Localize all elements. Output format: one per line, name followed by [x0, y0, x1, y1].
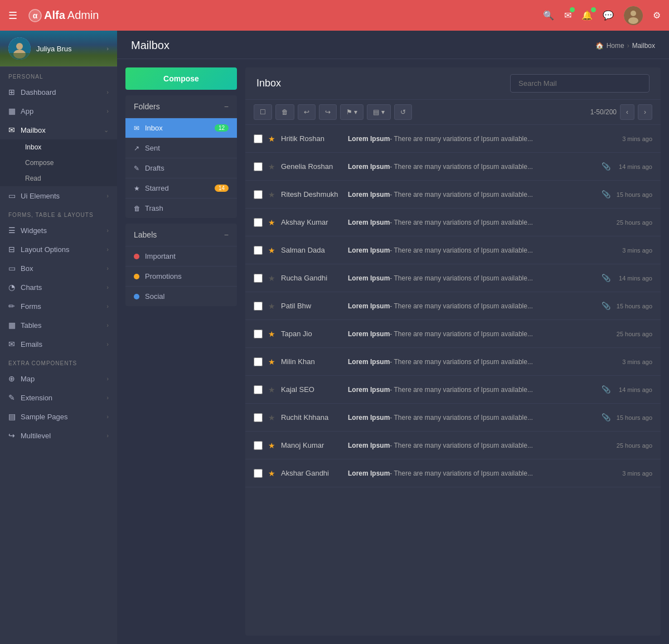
star-icon[interactable]: ★ [268, 246, 275, 255]
email-checkbox[interactable] [254, 302, 263, 311]
folders-toggle[interactable]: − [224, 102, 229, 111]
sidebar-user[interactable]: Juliya Brus › [0, 31, 117, 67]
flag-button[interactable]: ⚑ ▾ [340, 104, 363, 120]
delete-button[interactable]: 🗑 [275, 104, 294, 120]
email-row[interactable]: ★ Akshar Gandhi Lorem Ipsum- There are m… [245, 459, 661, 487]
sidebar-subitem-read[interactable]: Read [0, 171, 117, 186]
email-row[interactable]: ★ Rucha Gandhi Lorem Ipsum- There are ma… [245, 264, 661, 292]
sidebar-item-ui-elements[interactable]: ▭ Ui Elements › [0, 186, 117, 205]
hamburger-icon[interactable]: ☰ [8, 9, 17, 22]
email-row[interactable]: ★ Patil Bhw Lorem Ipsum- There are many … [245, 292, 661, 320]
compose-button[interactable]: Compose [125, 67, 237, 90]
star-icon[interactable]: ★ [268, 190, 275, 199]
email-row[interactable]: ★ Kajal SEO Lorem Ipsum- There are many … [245, 376, 661, 404]
sidebar-item-widgets[interactable]: ☰ Widgets › [0, 221, 117, 240]
sidebar-item-mailbox[interactable]: ✉ Mailbox ⌄ [0, 120, 117, 139]
breadcrumb-home[interactable]: Home [607, 42, 624, 50]
search-mail-input[interactable] [510, 74, 649, 93]
sidebar-subitem-compose[interactable]: Compose [0, 155, 117, 171]
email-checkbox[interactable] [254, 162, 263, 171]
star-icon[interactable]: ★ [268, 218, 275, 227]
sidebar-label-dashboard: Dashboard [21, 88, 106, 96]
label-item-social[interactable]: Social [125, 287, 237, 306]
email-checkbox[interactable] [254, 385, 263, 394]
email-checkbox[interactable] [254, 413, 263, 422]
email-row[interactable]: ★ Ritesh Deshmukh Lorem Ipsum- There are… [245, 181, 661, 209]
sidebar-item-map[interactable]: ⊕ Map › [0, 369, 117, 388]
email-row[interactable]: ★ Milin Khan Lorem Ipsum- There are many… [245, 348, 661, 376]
mail-icon[interactable]: ✉ [564, 10, 571, 21]
email-checkbox[interactable] [254, 469, 263, 478]
sidebar-item-emails[interactable]: ✉ Emails › [0, 335, 117, 354]
label-item-important[interactable]: Important [125, 246, 237, 267]
sidebar-item-box[interactable]: ▭ Box › [0, 259, 117, 278]
inbox-panel: Inbox ☐ 🗑 ↩ ↪ ⚑ ▾ ▤ ▾ ↺ 1-50/200 ‹ › [245, 67, 661, 636]
mailbox-arrow: ⌄ [104, 127, 109, 134]
move-button[interactable]: ▤ ▾ [367, 104, 390, 120]
folder-item-starred[interactable]: ★Starred14 [125, 178, 237, 198]
email-checkbox[interactable] [254, 218, 263, 227]
sidebar-item-layout-options[interactable]: ⊟ Layout Options › [0, 240, 117, 259]
email-body: Lorem Ipsum- There are many variations o… [348, 358, 610, 366]
star-icon[interactable]: ★ [268, 134, 275, 143]
email-checkbox[interactable] [254, 274, 263, 283]
folder-item-inbox[interactable]: ✉Inbox12 [125, 118, 237, 138]
email-checkbox[interactable] [254, 134, 263, 143]
pagination-next[interactable]: › [638, 104, 652, 120]
reply-button[interactable]: ↩ [298, 104, 316, 120]
folder-name-trash: Trash [145, 204, 229, 212]
search-icon[interactable]: 🔍 [543, 10, 554, 21]
email-checkbox[interactable] [254, 357, 263, 366]
sidebar-item-charts[interactable]: ◔ Charts › [0, 278, 117, 297]
labels-toggle[interactable]: − [224, 230, 229, 239]
sidebar-item-dashboard[interactable]: ⊞ Dashboard › [0, 83, 117, 101]
email-checkbox[interactable] [254, 441, 263, 450]
sidebar-item-sample-pages[interactable]: ▤ Sample Pages › [0, 407, 117, 426]
email-checkbox[interactable] [254, 330, 263, 338]
folder-item-drafts[interactable]: ✎Drafts [125, 158, 237, 178]
star-icon[interactable]: ★ [268, 330, 275, 338]
extension-icon: ✎ [8, 393, 21, 402]
sidebar-subitem-inbox[interactable]: Inbox [0, 139, 117, 155]
folder-item-trash[interactable]: 🗑Trash [125, 198, 237, 218]
star-icon[interactable]: ★ [268, 413, 275, 422]
star-icon[interactable]: ★ [268, 357, 275, 366]
star-icon[interactable]: ★ [268, 274, 275, 283]
sidebar-item-extension[interactable]: ✎ Extension › [0, 388, 117, 407]
refresh-button[interactable]: ↺ [394, 104, 412, 120]
star-icon[interactable]: ★ [268, 302, 275, 311]
select-all-button[interactable]: ☐ [254, 104, 272, 120]
folder-item-sent[interactable]: ↗Sent [125, 138, 237, 158]
email-row[interactable]: ★ Ruchit Khhana Lorem Ipsum- There are m… [245, 404, 661, 432]
email-checkbox[interactable] [254, 246, 263, 255]
settings-icon[interactable]: ⚙ [653, 10, 661, 21]
email-checkbox[interactable] [254, 190, 263, 199]
notification-icon[interactable]: 🔔 [581, 10, 593, 21]
email-sender: Tapan Jio [281, 330, 342, 338]
email-sender: Salman Dada [281, 246, 342, 254]
breadcrumb-separator: › [627, 42, 629, 50]
sidebar-label-forms: Forms [21, 302, 106, 311]
star-icon[interactable]: ★ [268, 162, 275, 171]
email-row[interactable]: ★ Salman Dada Lorem Ipsum- There are man… [245, 236, 661, 264]
sidebar-item-forms[interactable]: ✏ Forms › [0, 297, 117, 316]
chat-icon[interactable]: 💬 [603, 10, 614, 21]
email-row[interactable]: ★ Manoj Kumar Lorem Ipsum- There are man… [245, 432, 661, 459]
extension-arrow: › [106, 394, 109, 401]
email-row[interactable]: ★ Hritik Roshan Lorem Ipsum- There are m… [245, 125, 661, 153]
email-row[interactable]: ★ Tapan Jio Lorem Ipsum- There are many … [245, 320, 661, 348]
star-icon[interactable]: ★ [268, 469, 275, 478]
forward-button[interactable]: ↪ [319, 104, 337, 120]
email-row[interactable]: ★ Akshay Kumar Lorem Ipsum- There are ma… [245, 209, 661, 236]
star-icon[interactable]: ★ [268, 441, 275, 450]
email-row[interactable]: ★ Genelia Roshan Lorem Ipsum- There are … [245, 153, 661, 181]
avatar[interactable] [624, 6, 643, 25]
breadcrumb: 🏠 Home › Mailbox [595, 42, 655, 50]
pagination-prev[interactable]: ‹ [620, 104, 634, 120]
sidebar-item-app[interactable]: ▦ App › [0, 101, 117, 120]
sidebar-item-tables[interactable]: ▦ Tables › [0, 316, 117, 335]
star-icon[interactable]: ★ [268, 385, 275, 394]
label-item-promotions[interactable]: Promotions [125, 267, 237, 287]
sidebar-item-multilevel[interactable]: ↪ Multilevel › [0, 426, 117, 445]
sidebar-label-tables: Tables [21, 321, 106, 330]
